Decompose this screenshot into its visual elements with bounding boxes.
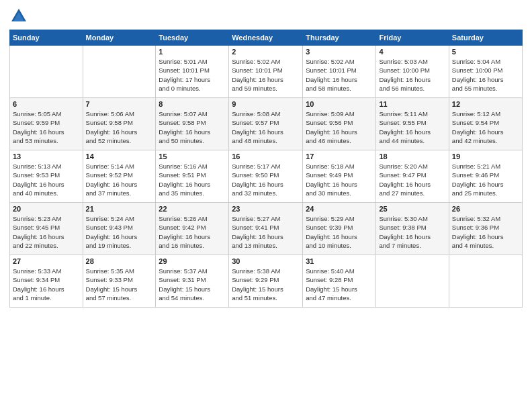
day-number: 20 bbox=[13, 205, 80, 213]
calendar-cell: 11Sunrise: 5:11 AM Sunset: 9:55 PM Dayli… bbox=[376, 98, 449, 150]
day-info: Sunrise: 5:32 AM Sunset: 9:36 PM Dayligh… bbox=[452, 214, 519, 250]
day-number: 28 bbox=[86, 257, 153, 265]
calendar-cell: 1Sunrise: 5:01 AM Sunset: 10:01 PM Dayli… bbox=[156, 46, 229, 98]
day-number: 16 bbox=[232, 152, 300, 161]
calendar-week-row: 20Sunrise: 5:23 AM Sunset: 9:45 PM Dayli… bbox=[10, 203, 523, 255]
calendar-cell: 20Sunrise: 5:23 AM Sunset: 9:45 PM Dayli… bbox=[10, 203, 83, 255]
day-number: 12 bbox=[452, 100, 519, 108]
day-info: Sunrise: 5:14 AM Sunset: 9:52 PM Dayligh… bbox=[86, 162, 153, 197]
calendar-header: SundayMondayTuesdayWednesdayThursdayFrid… bbox=[10, 30, 523, 46]
day-info: Sunrise: 5:11 AM Sunset: 9:55 PM Dayligh… bbox=[379, 109, 445, 145]
day-info: Sunrise: 5:07 AM Sunset: 9:58 PM Dayligh… bbox=[159, 109, 226, 145]
day-info: Sunrise: 5:05 AM Sunset: 9:59 PM Dayligh… bbox=[13, 109, 80, 145]
day-info: Sunrise: 5:29 AM Sunset: 9:39 PM Dayligh… bbox=[306, 214, 373, 250]
weekday-header: Sunday bbox=[10, 30, 83, 46]
day-info: Sunrise: 5:38 AM Sunset: 9:29 PM Dayligh… bbox=[232, 267, 300, 302]
day-number: 18 bbox=[379, 152, 445, 161]
calendar-cell bbox=[83, 46, 156, 98]
day-info: Sunrise: 5:04 AM Sunset: 10:00 PM Daylig… bbox=[452, 57, 519, 93]
day-number: 13 bbox=[13, 152, 80, 161]
day-info: Sunrise: 5:16 AM Sunset: 9:51 PM Dayligh… bbox=[159, 162, 226, 197]
calendar-cell: 8Sunrise: 5:07 AM Sunset: 9:58 PM Daylig… bbox=[156, 98, 229, 150]
day-info: Sunrise: 5:09 AM Sunset: 9:56 PM Dayligh… bbox=[306, 109, 373, 145]
weekday-header: Friday bbox=[376, 30, 449, 46]
day-number: 11 bbox=[379, 100, 445, 108]
calendar-cell: 3Sunrise: 5:02 AM Sunset: 10:01 PM Dayli… bbox=[303, 46, 376, 98]
weekday-header: Tuesday bbox=[156, 30, 229, 46]
day-number: 21 bbox=[86, 205, 153, 213]
day-number: 17 bbox=[306, 152, 373, 161]
logo bbox=[9, 7, 31, 26]
day-info: Sunrise: 5:03 AM Sunset: 10:00 PM Daylig… bbox=[379, 57, 445, 93]
day-info: Sunrise: 5:02 AM Sunset: 10:01 PM Daylig… bbox=[306, 57, 373, 93]
day-number: 27 bbox=[13, 257, 80, 265]
calendar-cell bbox=[449, 255, 522, 308]
logo-icon bbox=[9, 7, 28, 26]
day-info: Sunrise: 5:20 AM Sunset: 9:47 PM Dayligh… bbox=[379, 162, 445, 197]
calendar-cell: 28Sunrise: 5:35 AM Sunset: 9:33 PM Dayli… bbox=[83, 255, 156, 308]
day-info: Sunrise: 5:40 AM Sunset: 9:28 PM Dayligh… bbox=[306, 267, 373, 302]
calendar-cell: 5Sunrise: 5:04 AM Sunset: 10:00 PM Dayli… bbox=[449, 46, 522, 98]
day-number: 3 bbox=[306, 48, 373, 56]
weekday-header: Monday bbox=[83, 30, 156, 46]
day-number: 4 bbox=[379, 48, 445, 56]
day-info: Sunrise: 5:35 AM Sunset: 9:33 PM Dayligh… bbox=[86, 267, 153, 302]
calendar-cell: 26Sunrise: 5:32 AM Sunset: 9:36 PM Dayli… bbox=[449, 203, 522, 255]
day-number: 30 bbox=[232, 257, 300, 265]
calendar-cell bbox=[376, 255, 449, 308]
day-number: 2 bbox=[232, 48, 300, 56]
day-number: 8 bbox=[159, 100, 226, 108]
day-number: 7 bbox=[86, 100, 153, 108]
day-number: 22 bbox=[159, 205, 226, 213]
calendar-cell: 12Sunrise: 5:12 AM Sunset: 9:54 PM Dayli… bbox=[449, 98, 522, 150]
calendar-week-row: 6Sunrise: 5:05 AM Sunset: 9:59 PM Daylig… bbox=[10, 98, 523, 150]
day-info: Sunrise: 5:23 AM Sunset: 9:45 PM Dayligh… bbox=[13, 214, 80, 250]
day-number: 10 bbox=[306, 100, 373, 108]
calendar-cell: 6Sunrise: 5:05 AM Sunset: 9:59 PM Daylig… bbox=[10, 98, 83, 150]
day-info: Sunrise: 5:33 AM Sunset: 9:34 PM Dayligh… bbox=[13, 267, 80, 302]
day-info: Sunrise: 5:24 AM Sunset: 9:43 PM Dayligh… bbox=[86, 214, 153, 250]
calendar-cell: 19Sunrise: 5:21 AM Sunset: 9:46 PM Dayli… bbox=[449, 150, 522, 203]
day-number: 1 bbox=[159, 48, 226, 56]
calendar-cell: 24Sunrise: 5:29 AM Sunset: 9:39 PM Dayli… bbox=[303, 203, 376, 255]
calendar-cell: 10Sunrise: 5:09 AM Sunset: 9:56 PM Dayli… bbox=[303, 98, 376, 150]
calendar-cell: 4Sunrise: 5:03 AM Sunset: 10:00 PM Dayli… bbox=[376, 46, 449, 98]
calendar-cell: 23Sunrise: 5:27 AM Sunset: 9:41 PM Dayli… bbox=[229, 203, 303, 255]
day-number: 9 bbox=[232, 100, 300, 108]
calendar-cell: 7Sunrise: 5:06 AM Sunset: 9:58 PM Daylig… bbox=[83, 98, 156, 150]
day-info: Sunrise: 5:30 AM Sunset: 9:38 PM Dayligh… bbox=[379, 214, 445, 250]
day-info: Sunrise: 5:37 AM Sunset: 9:31 PM Dayligh… bbox=[159, 267, 226, 302]
day-number: 24 bbox=[306, 205, 373, 213]
calendar-cell: 22Sunrise: 5:26 AM Sunset: 9:42 PM Dayli… bbox=[156, 203, 229, 255]
calendar-week-row: 13Sunrise: 5:13 AM Sunset: 9:53 PM Dayli… bbox=[10, 150, 523, 203]
calendar-table: SundayMondayTuesdayWednesdayThursdayFrid… bbox=[9, 30, 523, 308]
weekday-header: Wednesday bbox=[229, 30, 303, 46]
day-number: 23 bbox=[232, 205, 300, 213]
day-info: Sunrise: 5:17 AM Sunset: 9:50 PM Dayligh… bbox=[232, 162, 300, 197]
day-info: Sunrise: 5:12 AM Sunset: 9:54 PM Dayligh… bbox=[452, 109, 519, 145]
calendar-week-row: 27Sunrise: 5:33 AM Sunset: 9:34 PM Dayli… bbox=[10, 255, 523, 308]
weekday-row: SundayMondayTuesdayWednesdayThursdayFrid… bbox=[10, 30, 523, 46]
day-number: 29 bbox=[159, 257, 226, 265]
day-info: Sunrise: 5:02 AM Sunset: 10:01 PM Daylig… bbox=[232, 57, 300, 93]
day-info: Sunrise: 5:06 AM Sunset: 9:58 PM Dayligh… bbox=[86, 109, 153, 145]
weekday-header: Saturday bbox=[449, 30, 522, 46]
calendar-cell: 17Sunrise: 5:18 AM Sunset: 9:49 PM Dayli… bbox=[303, 150, 376, 203]
calendar-cell bbox=[10, 46, 83, 98]
day-number: 5 bbox=[452, 48, 519, 56]
day-number: 6 bbox=[13, 100, 80, 108]
calendar-cell: 21Sunrise: 5:24 AM Sunset: 9:43 PM Dayli… bbox=[83, 203, 156, 255]
day-number: 14 bbox=[86, 152, 153, 161]
day-number: 26 bbox=[452, 205, 519, 213]
calendar-cell: 2Sunrise: 5:02 AM Sunset: 10:01 PM Dayli… bbox=[229, 46, 303, 98]
calendar-cell: 15Sunrise: 5:16 AM Sunset: 9:51 PM Dayli… bbox=[156, 150, 229, 203]
day-info: Sunrise: 5:26 AM Sunset: 9:42 PM Dayligh… bbox=[159, 214, 226, 250]
calendar-cell: 25Sunrise: 5:30 AM Sunset: 9:38 PM Dayli… bbox=[376, 203, 449, 255]
calendar-cell: 13Sunrise: 5:13 AM Sunset: 9:53 PM Dayli… bbox=[10, 150, 83, 203]
calendar-cell: 29Sunrise: 5:37 AM Sunset: 9:31 PM Dayli… bbox=[156, 255, 229, 308]
header bbox=[9, 7, 523, 26]
day-info: Sunrise: 5:27 AM Sunset: 9:41 PM Dayligh… bbox=[232, 214, 300, 250]
day-number: 19 bbox=[452, 152, 519, 161]
calendar-body: 1Sunrise: 5:01 AM Sunset: 10:01 PM Dayli… bbox=[10, 46, 523, 308]
calendar-cell: 18Sunrise: 5:20 AM Sunset: 9:47 PM Dayli… bbox=[376, 150, 449, 203]
